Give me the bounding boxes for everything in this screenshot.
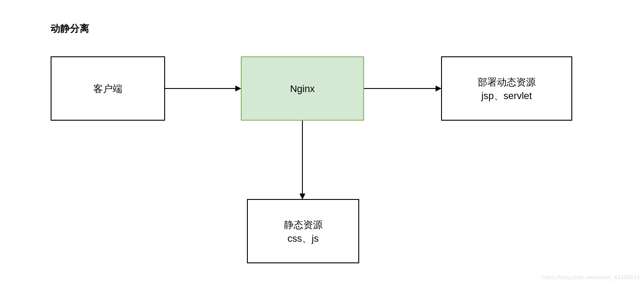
node-client-label: 客户端 [93,81,122,96]
node-dynamic: 部署动态资源 jsp、servlet [441,56,572,121]
svg-marker-3 [436,86,441,91]
node-client: 客户端 [51,56,165,121]
arrow-nginx-to-static [298,121,308,200]
svg-marker-1 [236,86,241,91]
node-nginx-label: Nginx [290,81,315,96]
arrow-client-to-nginx [165,84,242,94]
svg-marker-5 [300,194,305,199]
node-nginx: Nginx [241,56,364,121]
node-static-label: 静态资源 [284,218,323,232]
arrow-nginx-to-dynamic [364,84,442,94]
diagram-title: 动静分离 [51,22,89,35]
node-dynamic-sublabel: jsp、servlet [482,89,532,103]
watermark: https://blog.csdn.net/weixin_41430914 [542,274,640,280]
node-dynamic-label: 部署动态资源 [478,75,536,89]
node-static-sublabel: css、js [287,232,319,245]
node-static: 静态资源 css、js [247,199,359,263]
